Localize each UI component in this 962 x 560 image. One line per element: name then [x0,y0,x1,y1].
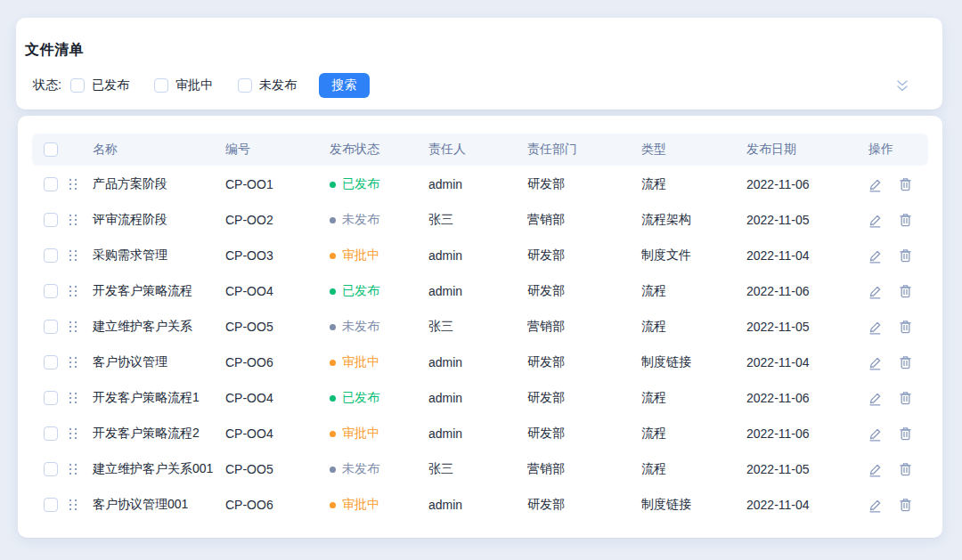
column-header-status: 发布状态 [326,142,426,158]
row-checkbox[interactable] [44,355,58,369]
status-badge: 审批中 [330,248,379,264]
status-label: 未发布 [342,319,379,335]
edit-button[interactable] [868,213,883,228]
column-header-dept: 责任部门 [524,142,638,158]
status-label: 审批中 [342,426,379,442]
delete-button[interactable] [898,462,912,477]
owner: 张三 [426,461,524,477]
edit-button[interactable] [868,355,883,370]
status-badge: 已发布 [330,176,379,192]
chevron-double-down-icon[interactable] [894,78,910,93]
published-checkbox[interactable] [70,78,85,93]
status-badge: 审批中 [330,497,379,513]
file-code: CP-OO6 [219,498,326,512]
row-checkbox[interactable] [44,213,58,227]
status-label: 已发布 [342,390,379,406]
drag-handle-icon[interactable] [69,392,78,404]
edit-button[interactable] [868,177,883,192]
edit-button[interactable] [868,284,883,299]
delete-button[interactable] [898,391,912,406]
drag-handle-icon[interactable] [69,427,78,440]
select-all-checkbox[interactable] [44,142,58,157]
edit-button[interactable] [868,462,883,477]
status-label: 未发布 [342,461,379,477]
edit-button[interactable] [868,391,883,406]
row-checkbox[interactable] [44,177,58,191]
drag-handle-icon[interactable] [69,178,78,191]
edit-button[interactable] [868,426,883,442]
row-checkbox[interactable] [44,498,58,512]
table-row: 客户协议管理 CP-OO6 审批中 admin 研发部 制度链接 2022-11… [32,345,928,380]
row-checkbox[interactable] [44,248,58,263]
file-name: 建立维护客户关系 [93,319,192,335]
file-name: 客户协议管理001 [93,497,188,513]
department: 营销部 [524,319,638,335]
publish-date: 2022-11-06 [743,177,864,191]
row-checkbox[interactable] [44,462,58,476]
unpublished-checkbox-label: 未发布 [259,77,297,93]
publish-date: 2022-11-04 [743,248,864,263]
drag-handle-icon[interactable] [69,321,78,333]
status-dot-icon [330,431,336,437]
drag-handle-icon[interactable] [69,356,78,369]
drag-handle-icon[interactable] [69,285,78,297]
table-row: 产品方案阶段 CP-OO1 已发布 admin 研发部 流程 2022-11-0… [32,166,928,202]
column-header-owner: 责任人 [426,142,524,158]
row-checkbox[interactable] [44,284,58,298]
delete-button[interactable] [898,284,912,299]
delete-button[interactable] [898,426,912,442]
file-code: CP-OO4 [219,426,326,441]
delete-button[interactable] [898,355,912,370]
status-dot-icon [330,182,336,188]
table-row: 建立维护客户关系001 CP-OO5 未发布 张三 营销部 流程 2022-11… [32,451,928,487]
approving-checkbox[interactable] [154,78,168,93]
edit-button[interactable] [868,320,883,335]
status-label: 审批中 [342,354,379,370]
file-code: CP-OO1 [219,177,326,191]
column-header-actions: 操作 [864,142,928,158]
search-button[interactable]: 搜索 [319,73,370,98]
file-type: 流程 [638,426,743,442]
file-name: 产品方案阶段 [93,176,167,192]
table-row: 建立维护客户关系 CP-OO5 未发布 张三 营销部 流程 2022-11-05 [32,309,928,345]
delete-button[interactable] [898,320,912,335]
publish-date: 2022-11-04 [743,355,864,369]
department: 研发部 [524,176,638,192]
publish-date: 2022-11-05 [743,320,864,334]
drag-handle-icon[interactable] [69,463,78,475]
publish-date: 2022-11-05 [743,462,864,476]
file-name: 采购需求管理 [93,248,167,264]
file-code: CP-OO5 [219,462,326,476]
file-type: 流程 [638,319,743,335]
drag-handle-icon[interactable] [69,214,78,226]
file-code: CP-OO4 [219,284,326,298]
delete-button[interactable] [898,248,912,264]
page-title: 文件清单 [25,41,84,60]
status-dot-icon [330,502,336,508]
delete-button[interactable] [898,177,912,192]
file-code: CP-OO4 [219,391,326,405]
row-checkbox[interactable] [44,391,58,405]
owner: admin [426,355,524,369]
status-dot-icon [330,253,336,259]
edit-button[interactable] [868,248,883,264]
department: 研发部 [524,283,638,299]
file-type: 流程架构 [638,212,743,228]
edit-button[interactable] [868,498,883,513]
filter-option-published[interactable]: 已发布 [70,77,129,93]
unpublished-checkbox[interactable] [238,78,252,93]
row-checkbox[interactable] [44,426,58,441]
table-row: 开发客户策略流程2 CP-OO4 审批中 admin 研发部 流程 2022-1… [32,416,928,451]
status-label: 审批中 [342,248,379,264]
table-body: 产品方案阶段 CP-OO1 已发布 admin 研发部 流程 2022-11-0… [32,166,928,523]
owner: admin [426,248,524,263]
table-row: 采购需求管理 CP-OO3 审批中 admin 研发部 制度文件 2022-11… [32,238,928,273]
file-name: 评审流程阶段 [93,212,167,228]
delete-button[interactable] [898,213,912,228]
drag-handle-icon[interactable] [69,499,78,511]
delete-button[interactable] [898,498,912,513]
filter-option-unpublished[interactable]: 未发布 [238,77,297,93]
drag-handle-icon[interactable] [69,249,78,262]
filter-option-approving[interactable]: 审批中 [154,77,213,93]
row-checkbox[interactable] [44,320,58,334]
